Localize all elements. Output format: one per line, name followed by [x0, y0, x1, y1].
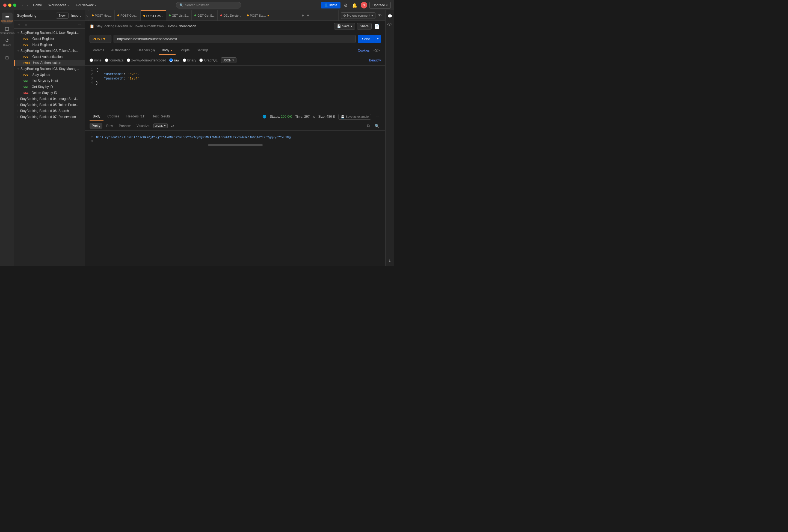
import-button[interactable]: Import	[70, 13, 82, 19]
raw-option[interactable]: raw	[169, 58, 179, 62]
resp-tab-test-results[interactable]: Test Results	[149, 112, 174, 121]
tab-item[interactable]: GET List S...	[166, 11, 192, 20]
sort-button[interactable]: ≡	[23, 22, 28, 27]
tab-scripts[interactable]: Scripts	[176, 46, 193, 55]
search-bar[interactable]: 🔍 Search Postman	[176, 2, 241, 8]
format-preview-button[interactable]: Preview	[117, 123, 133, 129]
scrollbar-horizontal[interactable]	[208, 144, 263, 146]
code-editor[interactable]: 1 { 2 "username": "eve", 3 "password": "…	[85, 65, 385, 112]
chevron-down-icon: ▾	[18, 67, 19, 71]
binary-option[interactable]: binary	[183, 58, 196, 62]
method-select[interactable]: POST ▾	[90, 35, 112, 43]
invite-label: Invite	[329, 3, 337, 7]
right-panel-toggle[interactable]: 💬	[386, 13, 393, 20]
list-item[interactable]: POST Guest Register	[14, 36, 85, 42]
no-environment-select[interactable]: ⊘ No environment ▾	[341, 12, 375, 19]
tab-item[interactable]: POST Hos...	[141, 11, 166, 20]
docs-button[interactable]: 📄	[373, 23, 381, 29]
tab-label: GET List S...	[172, 14, 189, 17]
more-options-button[interactable]: ···	[76, 22, 83, 27]
settings-button[interactable]: ⚙	[343, 2, 349, 9]
list-item[interactable]: POST Stay Upload	[14, 72, 85, 78]
format-pretty-button[interactable]: Pretty	[90, 123, 102, 129]
tab-item[interactable]: DEL Delete...	[218, 11, 244, 20]
collection-item[interactable]: › StayBooking Backend 04. Image Servi...	[14, 96, 85, 102]
list-item[interactable]: GET Get Stay by ID	[14, 84, 85, 90]
list-item[interactable]: DEL Delete Stay by ID	[14, 90, 85, 96]
urlencoded-option[interactable]: x-www-form-urlencoded	[127, 58, 166, 62]
send-button[interactable]: Send	[358, 35, 375, 43]
upgrade-button[interactable]: Upgrade ▾	[370, 2, 391, 9]
tab-body[interactable]: Body	[159, 46, 176, 55]
code-toggle-button[interactable]: </>	[372, 47, 381, 54]
sidebar-history-button[interactable]: ↺ History	[2, 37, 13, 47]
new-collection-button[interactable]: New	[56, 13, 68, 19]
form-data-option[interactable]: form-data	[105, 58, 123, 62]
close-light[interactable]	[3, 3, 6, 7]
send-dropdown-button[interactable]: ▾	[375, 35, 381, 43]
minimize-light[interactable]	[8, 3, 12, 7]
tab-options-button[interactable]: ▾	[306, 12, 310, 19]
forward-button[interactable]: ›	[25, 2, 29, 8]
add-collection-button[interactable]: +	[16, 22, 22, 27]
tab-scroll-left[interactable]: ‹	[85, 11, 89, 20]
more-options-button[interactable]: ···	[374, 114, 381, 119]
tab-authorization[interactable]: Authorization	[108, 46, 134, 55]
env-settings-button[interactable]: 👁	[376, 13, 383, 19]
list-item[interactable]: POST Host Register	[14, 42, 85, 48]
collection-item[interactable]: › StayBooking Backend 06. Search	[14, 108, 85, 114]
notification-button[interactable]: 🔔	[351, 2, 358, 9]
back-button[interactable]: ‹	[21, 2, 24, 8]
list-item[interactable]: POST Guest Authentication	[14, 54, 85, 60]
json-format-select[interactable]: JSON ▾	[154, 123, 168, 129]
search-response-button[interactable]: 🔍	[373, 123, 381, 129]
tab-item[interactable]: POST Gue...	[115, 11, 141, 20]
format-visualize-button[interactable]: Visualize	[134, 123, 152, 129]
sidebar-components-button[interactable]: ⊞	[2, 52, 13, 63]
tab-settings[interactable]: Settings	[193, 46, 212, 55]
resp-tab-headers[interactable]: Headers (11)	[123, 112, 149, 121]
collection-item[interactable]: › StayBooking Backend 05. Token Prote...	[14, 102, 85, 108]
tab-item[interactable]: POST Sta...	[244, 11, 272, 20]
collection-item[interactable]: › StayBooking Backend 07. Reservation	[14, 114, 85, 120]
resp-tab-cookies[interactable]: Cookies	[104, 112, 122, 121]
maximize-light[interactable]	[13, 3, 16, 7]
sidebar-collections-button[interactable]: ☰ Collections	[2, 13, 13, 23]
resp-tab-body[interactable]: Body	[90, 112, 103, 121]
right-panel-info[interactable]: ℹ	[386, 257, 393, 264]
sidebar-environments-button[interactable]: ◫ Environments	[2, 24, 13, 36]
resp-line: 3	[85, 139, 385, 143]
share-button[interactable]: Share	[357, 23, 372, 29]
api-network-button[interactable]: API Network ▾	[73, 2, 98, 8]
graphql-option[interactable]: GraphQL	[199, 58, 217, 62]
tab-params[interactable]: Params	[90, 46, 107, 55]
line-number: 4	[85, 81, 96, 85]
url-input[interactable]	[114, 35, 355, 43]
invite-button[interactable]: 👤 Invite	[321, 2, 340, 8]
home-button[interactable]: Home	[31, 2, 44, 8]
chevron-down-icon: ▾	[67, 4, 69, 7]
json-format-select[interactable]: JSON ▾	[221, 57, 236, 63]
right-panel-code[interactable]: </>	[386, 21, 393, 28]
response-size: Size: 486 B	[318, 115, 335, 119]
avatar[interactable]: S	[361, 2, 367, 8]
item-label: List Stays by Host	[32, 79, 83, 83]
cookies-link[interactable]: Cookies	[358, 46, 370, 55]
tab-item[interactable]: POST Hos...	[89, 11, 115, 20]
workspaces-button[interactable]: Workspaces ▾	[46, 2, 71, 8]
add-tab-button[interactable]: +	[300, 13, 305, 19]
collection-item[interactable]: ▾ StayBooking Backend 02. Token Auth...	[14, 48, 85, 54]
tab-item[interactable]: GET Get S...	[192, 11, 218, 20]
none-option[interactable]: none	[90, 58, 102, 62]
collection-item[interactable]: ▾ StayBooking Backend 03. Stay Manag...	[14, 66, 85, 72]
copy-button[interactable]: ⧉	[365, 123, 371, 129]
format-raw-button[interactable]: Raw	[104, 123, 115, 129]
filter-button[interactable]: ⇌	[169, 123, 176, 129]
tab-headers[interactable]: Headers (8)	[134, 46, 158, 55]
collection-item[interactable]: ▾ StayBooking Backend 01. User Regist...	[14, 30, 85, 36]
list-item[interactable]: GET List Stays by Host	[14, 78, 85, 84]
save-button[interactable]: 💾 Save ▾	[334, 23, 355, 29]
list-item[interactable]: POST Host Authentication	[14, 60, 85, 66]
beautify-button[interactable]: Beautify	[369, 58, 381, 62]
save-example-button[interactable]: 💾 Save as example	[338, 114, 371, 120]
